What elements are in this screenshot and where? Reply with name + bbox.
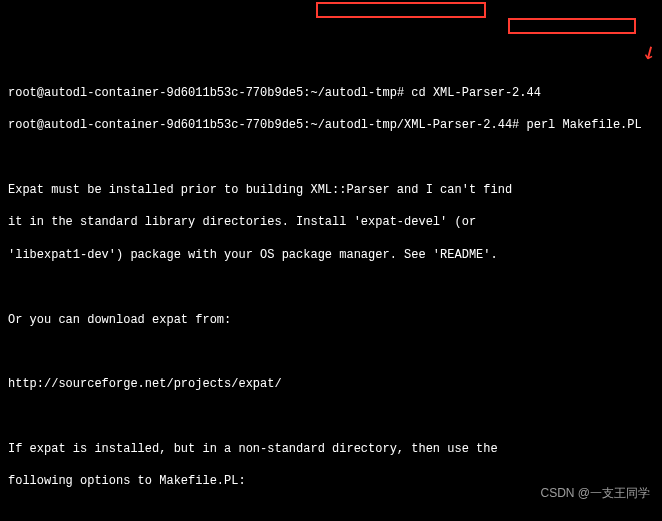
watermark: CSDN @一支王同学 bbox=[540, 485, 650, 501]
cwd: ~/autodl-tmp bbox=[310, 86, 396, 100]
cwd: ~/autodl-tmp/XML-Parser-2.44 bbox=[310, 118, 512, 132]
highlight-box-2 bbox=[508, 18, 636, 34]
output-line: 'libexpat1-dev') package with your OS pa… bbox=[8, 247, 654, 263]
arrow-icon: ↙ bbox=[634, 35, 662, 70]
terminal[interactable]: root@autodl-container-9d6011b53c-770b9de… bbox=[8, 69, 654, 521]
output-line: it in the standard library directories. … bbox=[8, 214, 654, 230]
prompt-line-2: root@autodl-container-9d6011b53c-770b9de… bbox=[8, 117, 654, 133]
user-host: root@autodl-container-9d6011b53c-770b9de… bbox=[8, 118, 303, 132]
command: cd XML-Parser-2.44 bbox=[411, 86, 541, 100]
user-host: root@autodl-container-9d6011b53c-770b9de… bbox=[8, 86, 303, 100]
command: perl Makefile.PL bbox=[527, 118, 642, 132]
highlight-box-1 bbox=[316, 2, 486, 18]
output-line: Expat must be installed prior to buildin… bbox=[8, 182, 654, 198]
output-line: If expat is installed, but in a non-stan… bbox=[8, 441, 654, 457]
output-url: http://sourceforge.net/projects/expat/ bbox=[8, 376, 654, 392]
prompt-line-1: root@autodl-container-9d6011b53c-770b9de… bbox=[8, 85, 654, 101]
output-line: Or you can download expat from: bbox=[8, 312, 654, 328]
